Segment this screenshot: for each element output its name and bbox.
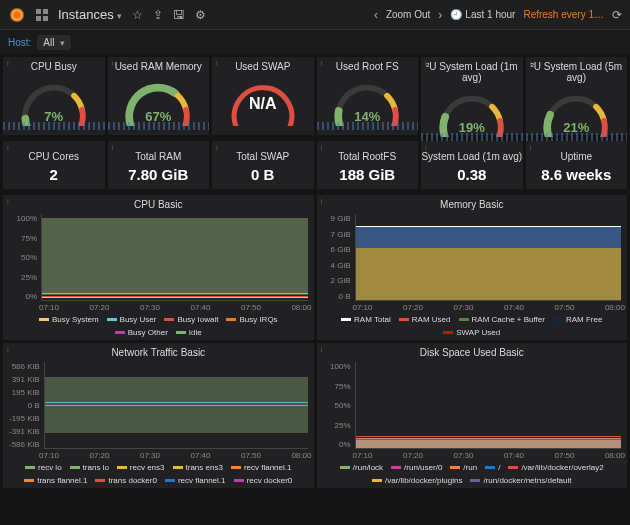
refresh-icon[interactable]: ⟳: [612, 8, 622, 22]
info-icon: i: [7, 345, 9, 354]
refresh-interval[interactable]: Refresh every 1…: [523, 9, 604, 20]
info-icon: i: [321, 197, 323, 206]
template-variables-row: Host: All ▾: [0, 30, 630, 54]
stat-value: 0.38: [457, 166, 486, 183]
legend-item[interactable]: /var/lib/docker/plugins: [372, 476, 462, 485]
legend: /run/lock/run/user/0/run//var/lib/docker…: [317, 460, 628, 488]
legend-item[interactable]: /run/docker/netns/default: [470, 476, 571, 485]
legend-item[interactable]: trans ens3: [173, 463, 223, 472]
legend-item[interactable]: recv flannel.1: [231, 463, 292, 472]
info-icon: i: [112, 143, 114, 152]
stat-value: 0 B: [251, 166, 274, 183]
panel-title: Used SWAP: [212, 57, 314, 74]
panel-title: CPU Basic: [3, 195, 314, 212]
info-icon: i: [530, 143, 532, 152]
legend: Busy SystemBusy UserBusy IowaitBusy IRQs…: [3, 312, 314, 340]
save-icon[interactable]: 🖫: [173, 8, 185, 22]
legend-item[interactable]: Idle: [176, 328, 202, 337]
legend-item[interactable]: /run/user/0: [391, 463, 442, 472]
legend-item[interactable]: Busy System: [39, 315, 99, 324]
stat-value: 2: [50, 166, 58, 183]
gauge-value: N/A: [249, 95, 277, 113]
legend-item[interactable]: recv ens3: [117, 463, 165, 472]
gauge-0[interactable]: i CPU Busy 7%: [3, 57, 105, 135]
chart-1[interactable]: i Memory Basic 9 GiB7 GiB6 GiB4 GiB2 GiB…: [317, 195, 628, 340]
legend-item[interactable]: Busy User: [107, 315, 157, 324]
legend-item[interactable]: recv lo: [25, 463, 62, 472]
plot-area[interactable]: [355, 214, 622, 301]
info-icon: i: [530, 59, 532, 68]
var-host-label: Host:: [8, 37, 31, 48]
legend-item[interactable]: Busy Iowait: [164, 315, 218, 324]
plot-area[interactable]: [41, 214, 308, 301]
grafana-logo-icon[interactable]: [8, 6, 26, 24]
legend-item[interactable]: Busy Other: [115, 328, 168, 337]
legend-item[interactable]: trans docker0: [95, 476, 156, 485]
sparkline: [317, 122, 419, 130]
legend-item[interactable]: trans flannel.1: [24, 476, 87, 485]
info-icon: i: [321, 143, 323, 152]
legend: RAM TotalRAM UsedRAM Cache + BufferRAM F…: [317, 312, 628, 340]
info-icon: i: [7, 197, 9, 206]
stat-value: 7.80 GiB: [128, 166, 188, 183]
stat-0[interactable]: i CPU Cores 2: [3, 141, 105, 189]
gauge-3[interactable]: i Used Root FS 14%: [317, 57, 419, 135]
chart-3[interactable]: i Disk Space Used Basic 100%75%50%25%0% …: [317, 343, 628, 488]
info-icon: i: [321, 59, 323, 68]
panel-title: CPU Busy: [3, 57, 105, 74]
legend-item[interactable]: trans lo: [70, 463, 109, 472]
legend-item[interactable]: recv flannel.1: [165, 476, 226, 485]
panel-title: Total RootFS: [338, 147, 396, 164]
x-axis: 07:1007:2007:3007:4007:5008:00: [3, 449, 314, 460]
var-host-value[interactable]: All ▾: [37, 35, 71, 50]
dashboard-title[interactable]: Instances▾: [58, 7, 122, 22]
chart-0[interactable]: i CPU Basic 100%75%50%25%0% 07:1007:2007…: [3, 195, 314, 340]
sparkline: [526, 133, 628, 141]
gauge-4[interactable]: i ²U System Load (1m avg) 19%: [421, 57, 523, 135]
stat-1[interactable]: i Total RAM 7.80 GiB: [108, 141, 210, 189]
legend-item[interactable]: RAM Used: [399, 315, 451, 324]
timerange-picker[interactable]: 🕘 Last 1 hour: [450, 9, 515, 20]
plot-area[interactable]: [355, 362, 622, 449]
panel-title: Uptime: [560, 147, 592, 164]
chart-2[interactable]: i Network Traffic Basic 586 KiB391 KiB19…: [3, 343, 314, 488]
info-icon: i: [7, 59, 9, 68]
gauge-5[interactable]: i ²U System Load (5m avg) 21%: [526, 57, 628, 135]
legend-item[interactable]: recv docker0: [234, 476, 293, 485]
stat-3[interactable]: i Total RootFS 188 GiB: [317, 141, 419, 189]
plot-area[interactable]: [44, 362, 308, 449]
stat-2[interactable]: i Total SWAP 0 B: [212, 141, 314, 189]
legend-item[interactable]: SWAP Used: [443, 328, 500, 337]
legend-item[interactable]: /var/lib/docker/overlay2: [508, 463, 603, 472]
legend-item[interactable]: RAM Cache + Buffer: [459, 315, 545, 324]
x-axis: 07:1007:2007:3007:4007:5008:00: [317, 449, 628, 460]
stat-4[interactable]: i System Load (1m avg) 0.38: [421, 141, 523, 189]
legend-item[interactable]: /run/lock: [340, 463, 383, 472]
stat-5[interactable]: i Uptime 8.6 weeks: [526, 141, 628, 189]
share-icon[interactable]: ⇪: [153, 8, 163, 22]
zoom-prev-icon[interactable]: ‹: [374, 8, 378, 22]
star-icon[interactable]: ☆: [132, 8, 143, 22]
stat-value: 8.6 weeks: [541, 166, 611, 183]
info-icon: i: [425, 59, 427, 68]
zoom-next-icon[interactable]: ›: [438, 8, 442, 22]
legend-item[interactable]: RAM Free: [553, 315, 602, 324]
y-axis: 100%75%50%25%0%: [9, 214, 41, 301]
info-icon: i: [216, 59, 218, 68]
stat-value: 188 GiB: [339, 166, 395, 183]
info-icon: i: [216, 143, 218, 152]
gauge-2[interactable]: i Used SWAP N/A: [212, 57, 314, 135]
legend-item[interactable]: /run: [450, 463, 477, 472]
legend-item[interactable]: /: [485, 463, 500, 472]
legend-item[interactable]: RAM Total: [341, 315, 391, 324]
x-axis: 07:1007:2007:3007:4007:5008:00: [317, 301, 628, 312]
legend-item[interactable]: Busy IRQs: [226, 315, 277, 324]
gauge-1[interactable]: i Used RAM Memory 67%: [108, 57, 210, 135]
panel-title: Used RAM Memory: [108, 57, 210, 74]
panel-title: Network Traffic Basic: [3, 343, 314, 360]
info-icon: i: [112, 59, 114, 68]
settings-icon[interactable]: ⚙: [195, 8, 206, 22]
panel-title: Memory Basic: [317, 195, 628, 212]
zoom-out-button[interactable]: Zoom Out: [386, 9, 430, 20]
dashboard-grid-icon[interactable]: [36, 9, 48, 21]
